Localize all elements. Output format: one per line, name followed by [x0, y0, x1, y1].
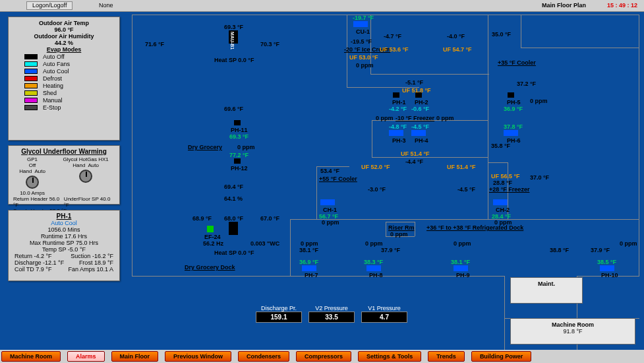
nav-building-power[interactable]: Building Power	[471, 351, 532, 362]
legend-manual: Manual	[24, 97, 117, 104]
discharge-pressure: Discharge Pr.159.1	[256, 305, 302, 325]
heat-sp-a1: Heat SP 0.0 °F	[214, 249, 254, 256]
ref-dock-room: +36 °F to +38 °F Refrigerated Dock	[426, 224, 479, 231]
ef24-label: EF-24	[204, 234, 221, 240]
cooler35-room: +35 °F Cooler	[498, 59, 536, 66]
ppm-l: 0 ppm	[376, 115, 394, 121]
temp-772: 77.2 °F	[229, 152, 249, 158]
nav-trends[interactable]: Trends	[428, 351, 465, 362]
ph11-map[interactable]: PH-11	[231, 127, 248, 133]
ph7-map[interactable]: PH-7	[305, 272, 318, 279]
ppm-d1: 0 ppm	[301, 240, 318, 247]
ch2-map[interactable]: CH-2	[496, 207, 510, 213]
legend-shed: Shed	[24, 90, 117, 96]
nav-compressors[interactable]: Compressors	[296, 351, 351, 362]
freezer28-room: +28 °F Freezer	[489, 186, 529, 193]
temp-703: 70.3 °F	[260, 41, 279, 48]
cu1-unit[interactable]	[353, 21, 368, 27]
ph1-runtime: Runtime 17.6 Hrs	[11, 233, 117, 240]
temp-379b: 37.9 °F	[591, 247, 610, 253]
dry-grocery-dock: Dry Grocery Dock	[185, 264, 235, 271]
nav-alarms[interactable]: Alarms	[67, 351, 105, 362]
ph8-map[interactable]: PH-8	[369, 272, 383, 279]
temp-372: 37.2 °F	[517, 81, 536, 87]
nav-machine-room[interactable]: Machine Room	[1, 351, 61, 362]
v2-pressure: V2 Pressure33.5	[308, 305, 355, 325]
mau-a1-unit[interactable]	[229, 222, 238, 235]
temp-696: 69.6 °F	[224, 106, 243, 112]
dry-grocery-room: Dry Grocery	[188, 144, 222, 150]
ph3-map[interactable]: PH-3	[392, 137, 406, 144]
ph10-map[interactable]: PH-10	[601, 272, 618, 279]
ppm-ch1: 0 ppm	[322, 219, 339, 226]
temp-694: 69.4 °F	[224, 183, 243, 190]
freezer10-room: -10 °F Freezer	[395, 115, 434, 121]
v1-pressure: V1 Pressure4.7	[361, 305, 407, 325]
temp-n44: -4.4 °F	[405, 158, 423, 165]
ph1-coil: Coil TD 7.9 °F	[15, 266, 51, 273]
ph1-title[interactable]: PH-1	[11, 213, 117, 220]
temp-369: 36.9 °F	[504, 106, 523, 112]
nav-previous[interactable]: Previous Window	[165, 351, 231, 362]
heat-sp-b1: Heat SP 0.0 °F	[214, 57, 254, 63]
temp-n42: -4.2 °F	[389, 106, 407, 112]
temp-670: 67.0 °F	[260, 215, 279, 222]
temp-n06: -0.6 °F	[411, 106, 429, 112]
uf-514: UF 51.4 °F	[401, 150, 430, 157]
ph1-discharge: Discharge -12.1 °F	[15, 259, 64, 266]
dial-icon[interactable]	[26, 176, 39, 189]
uf-514b: UF 51.4 °F	[447, 164, 476, 170]
temp-716: 71.6 °F	[145, 41, 164, 48]
ch1-map[interactable]: CH-1	[323, 207, 337, 213]
temp-n51: -5.1 °F	[405, 79, 423, 86]
temp-288: 28.8 °F	[493, 180, 512, 186]
temp-350: 35.0 °F	[492, 31, 511, 38]
temp-381b: 38.1 °F	[451, 259, 470, 265]
return-header: Return Header 56.0 °F	[13, 196, 64, 208]
mau-b1-label: MAU-B1	[230, 32, 235, 50]
temp-n195: -19.5 °F	[351, 38, 372, 45]
ph1-map[interactable]: PH-1	[392, 99, 406, 106]
uf-530: UF 53.0 °F	[349, 54, 378, 61]
legend-heating: Heating	[24, 82, 117, 89]
nav-settings[interactable]: Settings & Tools	[358, 351, 421, 362]
pct-641: 64.1 %	[224, 195, 243, 202]
glycol-gp1: GP1Off Hand Auto 10.0 Amps	[19, 156, 45, 196]
uf-547: UF 54.7 °F	[443, 46, 472, 53]
ph1-panel: PH-1 Auto Cool 1056.0 Mins Runtime 17.6 …	[8, 210, 120, 281]
machine-room[interactable]: Machine Room91.8 °F	[510, 318, 635, 345]
cooler55-room: +55 °F Cooler	[319, 176, 357, 182]
footer-bar: Machine Room Alarms Main Floor Previous …	[0, 350, 644, 363]
dial-icon[interactable]	[79, 170, 92, 183]
uf-520: UF 52.0 °F	[361, 164, 390, 170]
temp-358: 35.8 °F	[491, 143, 510, 149]
riser-room: Riser Rm	[388, 224, 415, 231]
clock: 15 : 49 : 12	[607, 2, 637, 9]
ppm-d2: 0 ppm	[365, 240, 383, 247]
temp-378: 37.8 °F	[504, 123, 523, 130]
ph4-map[interactable]: PH-4	[415, 137, 428, 144]
temp-693b: 69.3 °F	[229, 133, 249, 140]
ph5-map[interactable]: PH-5	[507, 99, 521, 106]
ph1-tempsp: Temp SP -5.0 °F	[11, 246, 117, 253]
outdoor-temp-label: Outdoor Air Temp	[11, 20, 117, 26]
hz-562: 56.2 Hz	[203, 240, 223, 247]
ph9-map[interactable]: PH-9	[456, 272, 470, 279]
ph2-map[interactable]: PH-2	[415, 99, 428, 106]
user-label: None	[99, 2, 113, 9]
ppm-d4: 0 ppm	[620, 240, 637, 247]
maint-room[interactable]: Maint.	[510, 277, 583, 304]
nav-condensers[interactable]: Condensers	[238, 351, 289, 362]
temp-534: 53.4 °F	[320, 168, 339, 174]
nav-main-floor[interactable]: Main Floor	[111, 351, 159, 362]
ppm-r: 0 ppm	[436, 115, 454, 121]
ph12-map[interactable]: PH-12	[231, 165, 248, 172]
logon-button[interactable]: Logon/Logoff	[26, 1, 73, 10]
temp-n48: -4.8 °F	[389, 123, 407, 130]
temp-n47: -4.7 °F	[384, 33, 401, 40]
ef24-unit[interactable]	[207, 226, 214, 232]
glycol-title: Glycol Underfloor Warming	[11, 148, 117, 155]
ppm-dg: 0 ppm	[237, 144, 255, 150]
glycol-panel: Glycol Underfloor Warming GP1Off Hand Au…	[8, 145, 120, 205]
top-bar: Logon/Logoff None Main Floor Plan 15 : 4…	[0, 0, 644, 12]
